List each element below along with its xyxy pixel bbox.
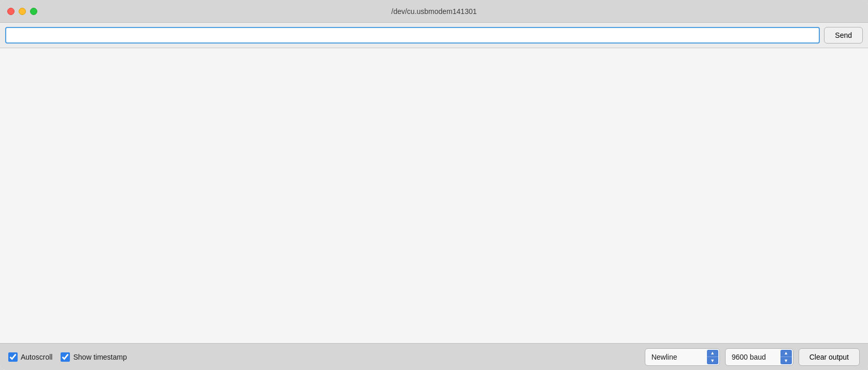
baud-select-container: 300 baud 1200 baud 2400 baud 4800 baud 9… [725, 348, 793, 366]
newline-select-container: Newline No line ending Carriage return B… [645, 348, 720, 366]
main-window: /dev/cu.usbmodem141301 Send Autoscroll S… [0, 0, 868, 370]
show-timestamp-label: Show timestamp [73, 353, 126, 361]
statusbar: Autoscroll Show timestamp Newline No lin… [0, 343, 868, 370]
window-title: /dev/cu.usbmodem141301 [392, 7, 477, 16]
send-button[interactable]: Send [824, 27, 863, 44]
baud-select[interactable]: 300 baud 1200 baud 2400 baud 4800 baud 9… [725, 348, 793, 366]
autoscroll-checkbox[interactable] [8, 352, 18, 362]
toolbar: Send [0, 23, 868, 48]
clear-output-button[interactable]: Clear output [799, 348, 860, 366]
show-timestamp-checkbox[interactable] [61, 352, 70, 362]
titlebar: /dev/cu.usbmodem141301 [0, 0, 868, 23]
close-button[interactable] [7, 8, 15, 15]
minimize-button[interactable] [19, 8, 26, 15]
maximize-button[interactable] [30, 8, 37, 15]
output-area [0, 48, 868, 343]
newline-select[interactable]: Newline No line ending Carriage return B… [645, 348, 720, 366]
traffic-lights [7, 8, 37, 15]
show-timestamp-group: Show timestamp [61, 352, 126, 362]
message-input[interactable] [5, 27, 820, 44]
autoscroll-group: Autoscroll [8, 352, 52, 362]
autoscroll-label: Autoscroll [21, 353, 52, 361]
